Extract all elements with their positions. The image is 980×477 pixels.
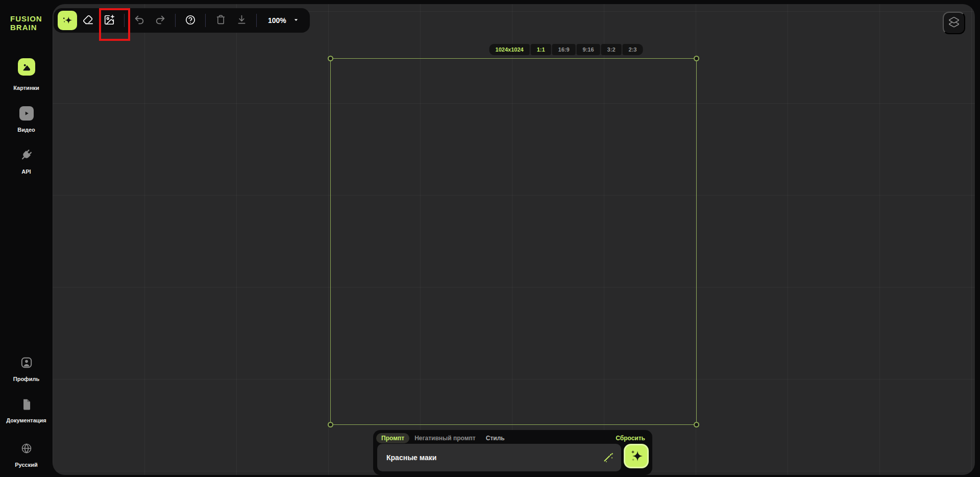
prompt-panel: Промпт Негативный промпт Стиль Сбросить bbox=[373, 430, 652, 475]
logo-line-1: FUSION bbox=[10, 14, 42, 23]
prompt-input[interactable] bbox=[377, 454, 621, 462]
help-circle-icon bbox=[185, 14, 196, 27]
video-icon bbox=[19, 106, 34, 121]
tab-style[interactable]: Стиль bbox=[481, 433, 510, 443]
fusion-brain-logo[interactable]: FUSION BRAIN bbox=[10, 14, 42, 32]
sparkles-icon bbox=[629, 448, 644, 464]
frame-handle-bottom-left[interactable] bbox=[328, 422, 333, 427]
sidebar-item-label: Русский bbox=[15, 462, 37, 468]
toolbar-separator bbox=[205, 14, 206, 27]
chevron-down-icon bbox=[292, 16, 300, 25]
sidebar-item-label: Видео bbox=[17, 127, 35, 133]
redo-button[interactable] bbox=[151, 11, 170, 30]
undo-icon bbox=[134, 14, 145, 27]
app-window: 1024x1024 1:1 16:9 9:16 3:2 2:3 bbox=[0, 0, 980, 477]
eraser-tool-button[interactable] bbox=[79, 11, 98, 30]
sparkles-icon bbox=[62, 14, 73, 27]
prompt-input-row bbox=[377, 444, 649, 471]
layers-icon bbox=[948, 17, 960, 30]
toolbar-separator bbox=[175, 14, 176, 27]
sidebar-item-language[interactable]: Русский bbox=[0, 442, 53, 468]
zoom-level-label: 100% bbox=[268, 16, 286, 25]
tab-negative-prompt[interactable]: Негативный промпт bbox=[409, 433, 481, 443]
download-button[interactable] bbox=[232, 11, 251, 30]
annotation-highlight-box bbox=[99, 8, 130, 41]
generate-button[interactable] bbox=[624, 444, 649, 468]
ratio-chip-1-1[interactable]: 1:1 bbox=[531, 44, 551, 55]
generation-frame[interactable] bbox=[330, 58, 697, 425]
redo-icon bbox=[155, 14, 166, 27]
prompt-input-box bbox=[377, 444, 621, 471]
sidebar-item-label: API bbox=[21, 169, 31, 175]
sidebar-item-label: Картинки bbox=[13, 85, 39, 91]
logo-line-2: BRAIN bbox=[10, 23, 42, 32]
sidebar-item-label: Документация bbox=[6, 417, 46, 423]
ratio-chip-3-2[interactable]: 3:2 bbox=[601, 44, 622, 55]
eraser-icon bbox=[83, 14, 94, 27]
delete-button[interactable] bbox=[211, 11, 230, 30]
ratio-chip-9-16[interactable]: 9:16 bbox=[577, 44, 600, 55]
sidebar-item-images[interactable]: Картинки bbox=[0, 58, 53, 91]
canvas[interactable]: 1024x1024 1:1 16:9 9:16 3:2 2:3 bbox=[53, 4, 975, 475]
frame-handle-top-left[interactable] bbox=[328, 56, 333, 61]
document-icon bbox=[20, 398, 33, 411]
sidebar-item-video[interactable]: Видео bbox=[0, 106, 53, 133]
aspect-ratio-bar: 1024x1024 1:1 16:9 9:16 3:2 2:3 bbox=[489, 44, 643, 55]
magic-wand-icon bbox=[602, 451, 615, 465]
enhance-prompt-button[interactable] bbox=[601, 450, 616, 465]
frame-handle-bottom-right[interactable] bbox=[694, 422, 699, 427]
generate-tool-button[interactable] bbox=[58, 11, 77, 30]
undo-button[interactable] bbox=[130, 11, 149, 30]
zoom-control[interactable]: 100% bbox=[262, 16, 303, 25]
plug-icon bbox=[19, 147, 34, 162]
download-icon bbox=[236, 14, 247, 27]
trash-icon bbox=[215, 14, 226, 27]
help-button[interactable] bbox=[181, 11, 200, 30]
sidebar-item-documentation[interactable]: Документация bbox=[0, 398, 53, 423]
prompt-tabs: Промпт Негативный промпт Стиль Сбросить bbox=[376, 433, 648, 443]
sidebar-item-profile[interactable]: Профиль bbox=[0, 356, 53, 382]
ratio-chip-2-3[interactable]: 2:3 bbox=[623, 44, 643, 55]
images-icon bbox=[18, 58, 35, 76]
profile-icon bbox=[20, 356, 33, 369]
reset-button[interactable]: Сбросить bbox=[616, 435, 648, 442]
toolbar: 100% bbox=[54, 8, 310, 33]
frame-handle-top-right[interactable] bbox=[694, 56, 699, 61]
toolbar-separator bbox=[256, 14, 257, 27]
globe-icon bbox=[20, 442, 33, 455]
sidebar: FUSION BRAIN Картинки Видео API Пр bbox=[0, 0, 53, 477]
sidebar-item-api[interactable]: API bbox=[0, 147, 53, 175]
tab-prompt[interactable]: Промпт bbox=[376, 433, 409, 443]
canvas-size-chip[interactable]: 1024x1024 bbox=[489, 44, 530, 55]
ratio-chip-16-9[interactable]: 16:9 bbox=[552, 44, 576, 55]
sidebar-item-label: Профиль bbox=[13, 376, 39, 382]
layers-button[interactable] bbox=[943, 12, 965, 34]
